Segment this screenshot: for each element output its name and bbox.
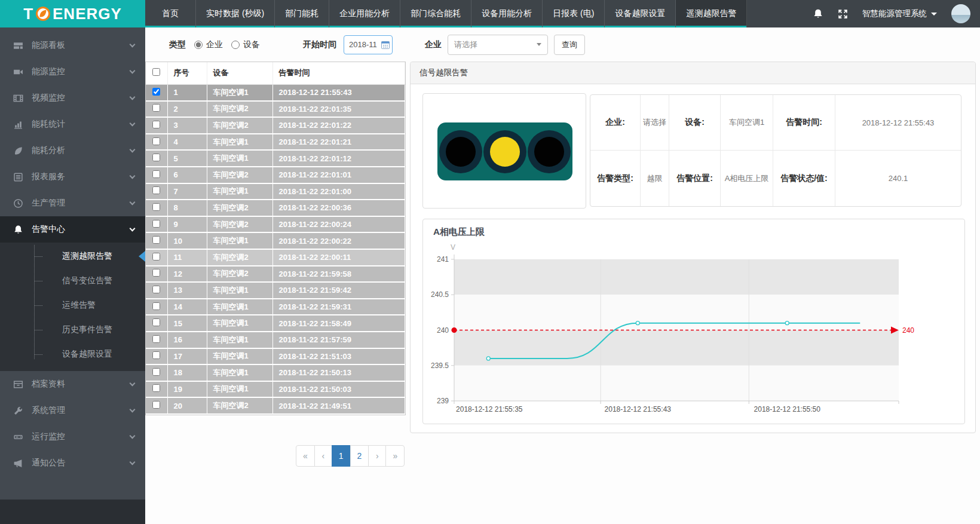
row-checkbox[interactable] (152, 302, 160, 310)
enterprise-select[interactable]: 请选择 (448, 35, 548, 55)
cell-time: 2018-11-22 21:58:49 (272, 315, 405, 332)
type-radio[interactable] (194, 41, 203, 49)
row-checkbox[interactable] (152, 186, 160, 194)
top-nav: 首页实时数据 (秒级)部门能耗企业用能分析部门综合能耗设备用能分析日报表 (电)… (145, 0, 747, 27)
col-header-device: 设备 (207, 62, 272, 84)
sidebar-subitem[interactable]: 信号变位告警 (0, 268, 145, 293)
top-nav-item[interactable]: 首页 (145, 0, 196, 27)
table-row[interactable]: 19车间空调12018-11-22 21:50:03 (146, 381, 405, 398)
sidebar-subitem[interactable]: 历史事件告警 (0, 317, 145, 342)
table-row[interactable]: 9车间空调22018-11-22 22:00:24 (146, 216, 405, 233)
row-checkbox[interactable] (152, 203, 160, 211)
type-radio-label: 设备 (243, 39, 260, 50)
calendar-icon[interactable] (381, 41, 390, 49)
page-button[interactable]: 1 (332, 445, 351, 467)
row-checkbox[interactable] (152, 121, 160, 128)
table-row[interactable]: 8车间空调22018-11-22 22:00:36 (146, 200, 405, 216)
table-row[interactable]: 7车间空调12018-11-22 22:01:00 (146, 183, 405, 200)
page-button[interactable]: ‹ (314, 445, 332, 467)
row-checkbox[interactable] (152, 170, 160, 178)
table-row[interactable]: 10车间空调12018-11-22 22:00:22 (146, 232, 405, 249)
page-button[interactable]: › (368, 445, 386, 467)
sidebar-item[interactable]: 运行监控 (0, 424, 145, 450)
table-row[interactable]: 16车间空调12018-11-22 21:57:59 (146, 332, 405, 348)
row-checkbox[interactable] (152, 368, 160, 376)
row-checkbox[interactable] (152, 236, 160, 244)
sidebar-item[interactable]: 告警中心 (0, 216, 145, 243)
top-nav-item[interactable]: 实时数据 (秒级) (196, 0, 275, 27)
row-checkbox[interactable] (152, 384, 160, 392)
sidebar-item[interactable]: 生产管理 (0, 190, 145, 216)
table-row[interactable]: 14车间空调12018-11-22 21:59:31 (146, 299, 405, 315)
select-all-checkbox[interactable] (152, 68, 160, 76)
row-checkbox[interactable] (152, 269, 160, 277)
logo-text-right: ENERGY (53, 5, 122, 23)
top-nav-item[interactable]: 部门能耗 (275, 0, 329, 27)
table-row[interactable]: 17车间空调12018-11-22 21:51:03 (146, 348, 405, 365)
table-row[interactable]: 5车间空调12018-11-22 22:01:12 (146, 150, 405, 167)
sidebar-item[interactable]: 能源监控 (0, 59, 145, 85)
table-row[interactable]: 12车间空调22018-11-22 21:59:58 (146, 266, 405, 283)
sidebar-item[interactable]: 档案资料 (0, 371, 145, 397)
sidebar-subitem[interactable]: 运维告警 (0, 293, 145, 317)
sidebar-item[interactable]: 能耗分析 (0, 137, 145, 164)
row-checkbox[interactable] (152, 253, 160, 261)
row-checkbox[interactable] (152, 137, 160, 145)
type-radio-option[interactable]: 设备 (231, 39, 260, 50)
top-nav-item[interactable]: 日报表 (电) (543, 0, 605, 27)
search-button[interactable]: 查询 (554, 35, 585, 55)
row-checkbox[interactable] (152, 104, 160, 112)
top-nav-item[interactable]: 设备用能分析 (471, 0, 543, 27)
table-row[interactable]: 20车间空调22018-11-22 21:49:51 (146, 397, 405, 414)
sidebar-subitem[interactable]: 设备越限设置 (0, 342, 145, 366)
sidebar-item[interactable]: 系统管理 (0, 397, 145, 424)
chevron-down-icon (130, 146, 136, 152)
cell-time: 2018-11-22 22:00:11 (272, 249, 405, 266)
sidebar-item[interactable]: 能源看板 (0, 32, 145, 59)
table-row[interactable]: 1车间空调12018-12-12 21:55:43 (146, 84, 405, 101)
table-row[interactable]: 4车间空调12018-11-22 22:01:21 (146, 134, 405, 151)
row-checkbox[interactable] (152, 318, 160, 326)
avatar[interactable] (951, 4, 970, 23)
page-button[interactable]: 2 (350, 445, 369, 467)
type-radio-option[interactable]: 企业 (194, 39, 223, 50)
cell-device: 车间空调2 (207, 266, 272, 283)
type-radio[interactable] (231, 41, 240, 49)
report-icon (13, 172, 23, 182)
fullscreen-icon[interactable] (838, 9, 848, 19)
sidebar-item[interactable]: 通知公告 (0, 450, 145, 476)
table-row[interactable]: 18车间空调12018-11-22 21:50:13 (146, 364, 405, 381)
table-row[interactable]: 6车间空调22018-11-22 22:01:01 (146, 167, 405, 183)
row-checkbox[interactable] (152, 286, 160, 293)
info-value-cell: 越限 (641, 151, 669, 206)
table-row[interactable]: 3车间空调22018-11-22 22:01:22 (146, 117, 405, 134)
cell-time: 2018-11-22 22:01:35 (272, 101, 405, 118)
top-nav-item[interactable]: 企业用能分析 (329, 0, 400, 27)
table-row[interactable]: 2车间空调22018-11-22 22:01:35 (146, 101, 405, 118)
row-checkbox[interactable] (152, 220, 160, 228)
top-nav-item[interactable]: 设备越限设置 (605, 0, 676, 27)
sidebar-item[interactable]: 报表服务 (0, 164, 145, 190)
data-point-marker (785, 321, 789, 325)
page-button[interactable]: « (296, 445, 315, 467)
info-value-cell: 车间空调1 (721, 95, 773, 151)
table-row[interactable]: 15车间空调12018-11-22 21:58:49 (146, 315, 405, 332)
top-nav-item[interactable]: 部门综合能耗 (400, 0, 471, 27)
chevron-down-icon (931, 13, 937, 16)
row-checkbox[interactable] (152, 88, 160, 96)
system-name-menu[interactable]: 智慧能源管理系统 (862, 8, 937, 19)
system-name: 智慧能源管理系统 (862, 8, 927, 19)
row-checkbox[interactable] (152, 401, 160, 409)
row-checkbox[interactable] (152, 154, 160, 161)
sidebar-subitem[interactable]: 遥测越限告警 (0, 244, 145, 268)
table-row[interactable]: 11车间空调22018-11-22 22:00:11 (146, 249, 405, 266)
page-button[interactable]: » (385, 445, 405, 467)
notification-bell-icon[interactable] (813, 8, 823, 19)
top-nav-item[interactable]: 遥测越限告警 (676, 0, 747, 27)
cell-time: 2018-11-22 21:51:03 (272, 348, 405, 365)
row-checkbox[interactable] (152, 351, 160, 359)
table-row[interactable]: 13车间空调12018-11-22 21:59:42 (146, 282, 405, 299)
sidebar-item[interactable]: 视频监控 (0, 85, 145, 111)
sidebar-item[interactable]: 能耗统计 (0, 111, 145, 137)
row-checkbox[interactable] (152, 335, 160, 343)
